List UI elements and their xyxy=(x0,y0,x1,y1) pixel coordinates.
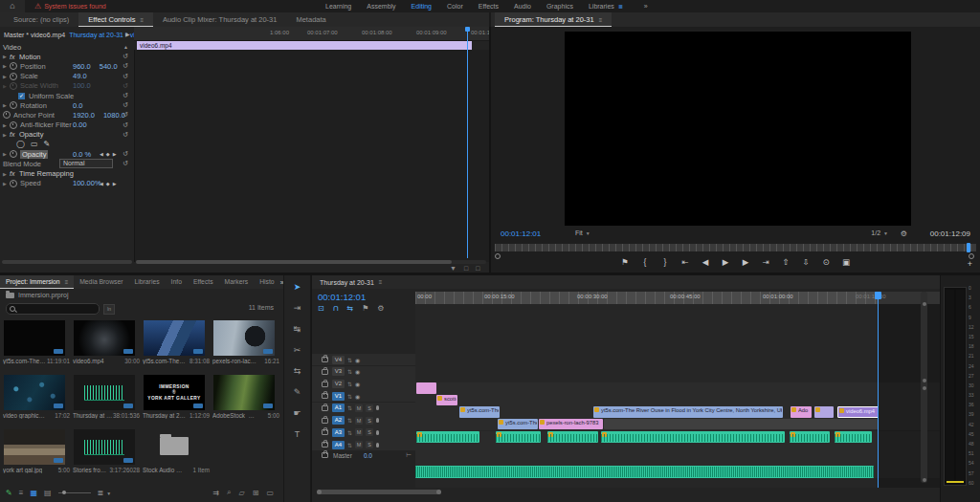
ec-option-icon[interactable]: □ xyxy=(464,265,468,272)
panel-menu-icon[interactable]: ≡ xyxy=(140,17,144,23)
prev-keyframe-icon[interactable]: ◀ xyxy=(100,181,103,186)
sort-icons-button[interactable]: ≣▼ xyxy=(98,489,112,497)
pen-mask-icon[interactable]: ✎ xyxy=(44,140,51,148)
timeline-clip[interactable] xyxy=(496,431,541,443)
zoom-level-select[interactable]: Fit▼ xyxy=(575,229,590,236)
item-name[interactable]: Thursday at 20... xyxy=(73,412,113,419)
audio-meter[interactable] xyxy=(944,287,967,486)
next-keyframe-icon[interactable]: ▶ xyxy=(113,151,117,157)
sync-lock-icon[interactable]: ⇅ xyxy=(347,417,352,424)
panel-tab[interactable]: Media Browser xyxy=(74,275,128,289)
Stock Audio Media[interactable]: Stock Audio Media 1 Item xyxy=(143,428,210,483)
timeline-playhead-handle[interactable] xyxy=(875,292,881,299)
go-to-in-button[interactable]: ⇤ xyxy=(679,257,691,267)
delete-item-button[interactable]: ▭ xyxy=(266,489,274,497)
ellipse-mask-icon[interactable]: ◯ xyxy=(16,140,25,148)
timeline-clip[interactable] xyxy=(604,419,879,430)
mute-track-button[interactable]: M xyxy=(355,428,363,436)
item-name[interactable]: video graphics left... xyxy=(3,412,47,419)
linked-selection-icon[interactable]: ⇆ xyxy=(346,304,353,313)
collapse-section-icon[interactable]: ▲ xyxy=(123,44,128,50)
freeform-view-button[interactable]: ▤ xyxy=(44,489,52,497)
track-lock-icon[interactable] xyxy=(322,405,328,411)
item-name[interactable]: yt5s.com-The Ri... xyxy=(143,358,187,364)
track-lock-icon[interactable] xyxy=(322,369,328,375)
item-name[interactable]: yt5s.com-The R... xyxy=(3,358,47,364)
track-target-badge[interactable]: A1 xyxy=(332,404,345,412)
panel-menu-icon[interactable]: ≡ xyxy=(65,279,69,285)
V2[interactable]: V2 ⇅ ◉ xyxy=(312,378,415,389)
settings-wrench-icon[interactable]: ⚙ xyxy=(901,229,907,238)
hand-tool[interactable]: ☛ xyxy=(290,407,305,420)
track-lock-icon[interactable] xyxy=(322,442,328,447)
filter-properties-icon[interactable]: ▼ xyxy=(450,265,457,272)
extract-button[interactable]: ⇩ xyxy=(800,257,812,267)
icon-view-button[interactable]: ▦ xyxy=(30,489,37,497)
toggle-track-output-icon[interactable]: ◉ xyxy=(355,357,360,363)
Stories from ...[interactable]: Stories from ... 3:17:26028 xyxy=(73,428,140,483)
twirl-icon[interactable]: ▶ xyxy=(3,151,10,157)
rect-mask-icon[interactable]: ▭ xyxy=(31,140,38,148)
timeline-clip[interactable] xyxy=(416,431,479,443)
reset-parameter-icon[interactable]: ↺ xyxy=(122,53,128,60)
twirl-icon[interactable]: ▶ xyxy=(3,54,10,59)
effect-property-row[interactable]: ▶ Rotation 0.0 ↺ xyxy=(0,100,134,110)
item-thumbnail[interactable] xyxy=(4,429,65,465)
sync-lock-icon[interactable]: ⇅ xyxy=(347,357,352,363)
workspace-tab[interactable]: Graphics xyxy=(546,3,573,10)
panel-tab[interactable]: Source: (no clips) xyxy=(4,12,78,27)
timeline-clip[interactable] xyxy=(790,431,830,443)
toggle-track-output-icon[interactable]: ◉ xyxy=(355,393,360,400)
step-forward-button[interactable]: ▶ xyxy=(740,257,751,267)
keyframe-area-scrollbar[interactable] xyxy=(136,260,486,264)
add-keyframe-icon[interactable]: ◆ xyxy=(106,151,110,157)
add-marker-button[interactable]: ⚑ xyxy=(619,257,631,267)
effect-property-row[interactable]: ▶ Scale Width 100.0 ↺ xyxy=(0,81,134,91)
effect-controls-ruler[interactable]: 1:06:00 00:01:07:00 00:01:08:00 00:01:09… xyxy=(134,27,489,41)
item-thumbnail[interactable] xyxy=(74,429,135,465)
track-target-badge[interactable]: A3 xyxy=(332,428,345,437)
mark-out-button[interactable]: } xyxy=(659,257,671,267)
fx-icon[interactable]: fx xyxy=(10,54,19,60)
workspace-tab[interactable]: Learning xyxy=(325,3,351,10)
panel-tab[interactable]: Program: Thursday at 20-31≡ xyxy=(495,12,612,27)
timeline-timecode[interactable]: 00:01:12:01 xyxy=(318,292,366,302)
stopwatch-icon[interactable] xyxy=(10,101,17,109)
ec-option-icon[interactable]: □ xyxy=(476,265,479,272)
A3[interactable]: A3 ⇅ M S xyxy=(312,426,415,438)
panel-tab[interactable]: Audio Clip Mixer: Thursday at 20-31 xyxy=(153,12,287,27)
master-clip-label[interactable]: Master * video6.mp4 xyxy=(4,32,65,38)
workspace-tab[interactable]: Libraries xyxy=(589,3,614,10)
mute-track-button[interactable]: M xyxy=(355,404,363,412)
ripple-edit-tool[interactable]: ↹ xyxy=(290,323,305,336)
timeline-ruler[interactable]: 00:00 00:00:15:00 00:00:30:00 00:00:45:0… xyxy=(415,292,940,304)
timeline-clip[interactable] xyxy=(416,382,436,394)
sync-lock-icon[interactable]: ⇅ xyxy=(347,393,352,400)
panel-divider[interactable] xyxy=(489,27,491,273)
next-keyframe-icon[interactable]: ▶ xyxy=(113,181,117,186)
new-item-button[interactable]: ⊞ xyxy=(253,489,259,497)
twirl-icon[interactable]: ▶ xyxy=(3,74,10,79)
property-value[interactable]: 960.0 xyxy=(73,62,91,71)
effect-property-row[interactable]: ▶ fx Time Remapping xyxy=(0,168,134,178)
razor-tool[interactable]: ✂ xyxy=(290,344,305,357)
thumbnail-zoom-slider[interactable] xyxy=(58,492,91,493)
find-button[interactable]: ⌕ xyxy=(227,488,231,497)
expand-icon[interactable]: ▶ xyxy=(125,31,130,37)
property-value[interactable]: 0.00 xyxy=(73,120,87,129)
master-track-header[interactable]: Master 0.0 ⊢ xyxy=(312,449,415,461)
panel-tab[interactable]: Project: Immersion≡ xyxy=(0,275,74,289)
reset-parameter-icon[interactable]: ↺ xyxy=(122,82,128,90)
reset-parameter-icon[interactable]: ↺ xyxy=(122,101,128,109)
twirl-icon[interactable]: ▶ xyxy=(3,132,10,138)
workspace-tab[interactable]: Effects xyxy=(479,3,499,10)
twirl-icon[interactable]: ▶ xyxy=(3,181,10,186)
effect-controls-playhead[interactable] xyxy=(467,29,468,258)
breadcrumb[interactable]: Immersion.prproj xyxy=(0,289,283,301)
toggle-track-output-icon[interactable]: ◉ xyxy=(355,368,360,375)
timeline-clip[interactable]: yt5s.com-The Ri xyxy=(498,419,538,430)
AdobeStock_27339...[interactable]: AdobeStock_27339... 5:00 xyxy=(212,374,279,428)
program-video-frame[interactable] xyxy=(565,32,911,226)
voiceover-record-icon[interactable] xyxy=(376,405,379,410)
track-target-badge[interactable]: A2 xyxy=(332,416,345,425)
